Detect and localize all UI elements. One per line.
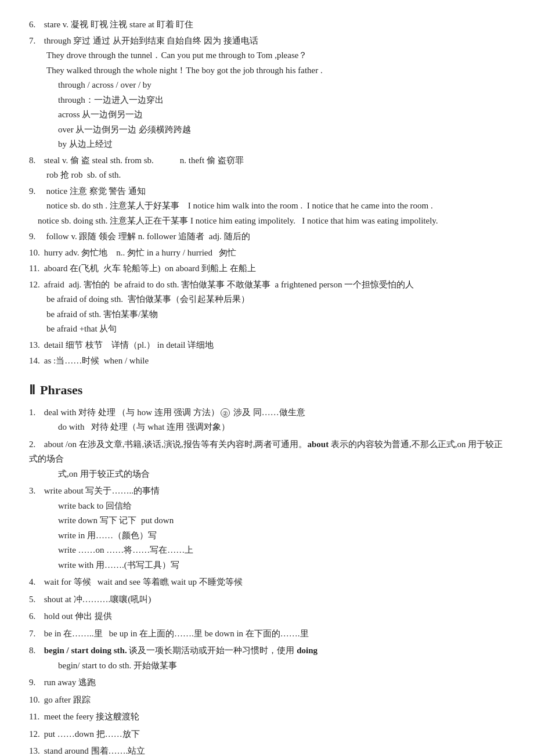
phrase-content: hold out 伸出 提供: [44, 611, 112, 621]
item-content: notice 注意 察觉 警告 通知: [44, 186, 146, 196]
phrase-num: 4.: [29, 575, 42, 590]
item-num: 9.: [29, 229, 42, 244]
item-content: hurry adv. 匆忙地 n.. 匆忙 in a hurry / hurri…: [44, 248, 236, 257]
sub-content: notice sb. do sth . 注意某人于好某事 I notice hi…: [29, 199, 511, 214]
circle-2: ②: [221, 408, 230, 417]
list-item: 8. steal v. 偷 盗 steal sth. from sb. n. t…: [29, 153, 511, 183]
sub-content: be afraid of sth. 害怕某事/某物: [29, 307, 511, 322]
item-num: 8.: [29, 153, 42, 168]
phrase-num: 13.: [29, 744, 42, 756]
phrase-item: 4. wait for 等候 wait and see 等着瞧 wait up …: [29, 575, 511, 590]
phrase-num: 3.: [29, 484, 42, 499]
sub-content: through / across / over / by: [29, 78, 511, 93]
phrase-content: go after 跟踪: [44, 695, 91, 704]
phrase-content: be in 在……..里 be up in 在上面的…….里 be down i…: [44, 629, 309, 638]
item-num: 12.: [29, 278, 42, 293]
sub-content: be afraid +that 从句: [29, 322, 511, 337]
phrase-item: 13. stand around 围着…….站立: [29, 744, 511, 756]
list-item: 14. as :当……时候 when / while: [29, 354, 511, 369]
phrase-num: 8.: [29, 643, 42, 658]
phrase-num: 12.: [29, 727, 42, 742]
phrase-list: 1. deal with 对待 处理 （与 how 连用 强调 方法）② 涉及 …: [29, 405, 511, 756]
phrase-sub: write down 写下 记下 put down: [29, 513, 511, 528]
phrase-sub: write back to 回信给: [29, 499, 511, 514]
sub-content: They drove through the tunnel．Can you pu…: [29, 48, 511, 63]
phrase-item: 5. shout at 冲……….嚷嚷(吼叫): [29, 592, 511, 607]
phrase-content: run away 逃跑: [44, 678, 96, 687]
sub-content: They walked through the whole night！The …: [29, 63, 511, 78]
list-item: 9. follow v. 跟随 领会 理解 n. follower 追随者 ad…: [29, 229, 511, 244]
sub-content: by 从边上经过: [29, 137, 511, 152]
item-num: 11.: [29, 261, 42, 276]
phrase-sub: 式,on 用于较正式的场合: [29, 467, 511, 482]
list-item: 13. detail 细节 枝节 详情（pl.） in detail 详细地: [29, 338, 511, 353]
list-item: 10. hurry adv. 匆忙地 n.. 匆忙 in a hurry / h…: [29, 246, 511, 261]
phrase-num: 2.: [29, 437, 42, 452]
sub-content: across 从一边倒另一边: [29, 107, 511, 123]
phrase-sub: do with 对待 处理（与 what 连用 强调对象）: [29, 420, 511, 435]
phrase-num: 5.: [29, 592, 42, 607]
phrase-content: deal with 对待 处理 （与 how 连用 强调 方法）② 涉及 同………: [44, 408, 305, 417]
vocab-list: 6. stare v. 凝视 盯视 注视 stare at 盯着 盯住 7. t…: [29, 17, 511, 369]
item-num: 7.: [29, 34, 42, 49]
sub-content: notice sb. doing sth. 注意某人正在干某事 I notice…: [29, 214, 511, 229]
item-content: detail 细节 枝节 详情（pl.） in detail 详细地: [44, 340, 214, 350]
phrase-item: 3. write about 写关于……..的事情 write back to …: [29, 484, 511, 573]
phrase-item: 8. begin / start doing sth. 谈及一项长期活动或开始一…: [29, 643, 511, 673]
phrase-sub: write ……on ……将……写在……上: [29, 543, 511, 558]
phrase-num: 1.: [29, 405, 42, 420]
item-content: afraid adj. 害怕的 be afraid to do sth. 害怕做…: [44, 280, 414, 289]
phrase-content: put ……down 把……放下: [44, 729, 140, 739]
roman-numeral: Ⅱ: [29, 379, 35, 401]
phrase-item: 12. put ……down 把……放下: [29, 727, 511, 742]
item-content: aboard 在(飞机 火车 轮船等上) on aboard 到船上 在船上: [44, 264, 256, 273]
item-content: stare v. 凝视 盯视 注视 stare at 盯着 盯住: [44, 20, 194, 29]
item-num: 10.: [29, 246, 42, 261]
item-content: as :当……时候 when / while: [44, 356, 149, 365]
list-item: 6. stare v. 凝视 盯视 注视 stare at 盯着 盯住: [29, 17, 511, 33]
phrase-item: 2. about /on 在涉及文章,书籍,谈话,演说,报告等有关内容时,两者可…: [29, 437, 511, 482]
phrase-sub: write with 用…….(书写工具）写: [29, 558, 511, 573]
list-item: 11. aboard 在(飞机 火车 轮船等上) on aboard 到船上 在…: [29, 261, 511, 276]
phrase-item: 7. be in 在……..里 be up in 在上面的…….里 be dow…: [29, 627, 511, 642]
phrase-num: 7.: [29, 627, 42, 642]
item-content: steal v. 偷 盗 steal sth. from sb. n. thef…: [44, 156, 244, 165]
phrase-content: about /on 在涉及文章,书籍,谈话,演说,报告等有关内容时,两者可通用。…: [29, 440, 503, 464]
item-num: 6.: [29, 17, 42, 33]
phrase-num: 9.: [29, 675, 42, 690]
sub-content: be afraid of doing sth. 害怕做某事（会引起某种后果）: [29, 292, 511, 307]
phrase-sub: begin/ start to do sth. 开始做某事: [29, 658, 511, 674]
list-item: 7. through 穿过 通过 从开始到结束 自始自终 因为 接通电话 The…: [29, 34, 511, 152]
phrase-item: 9. run away 逃跑: [29, 675, 511, 690]
list-item: 9. notice 注意 察觉 警告 通知 notice sb. do sth …: [29, 184, 511, 229]
phrase-content: begin / start doing sth. 谈及一项长期活动或开始一种习惯…: [44, 646, 317, 655]
phrase-content: write about 写关于……..的事情: [44, 486, 160, 495]
phrase-item: 10. go after 跟踪: [29, 693, 511, 708]
phrase-content: meet the feery 接这艘渡轮: [44, 712, 140, 721]
item-num: 13.: [29, 338, 42, 353]
section-title-text: Phrases: [40, 379, 82, 401]
phrase-content: stand around 围着…….站立: [44, 746, 146, 755]
phrase-item: 1. deal with 对待 处理 （与 how 连用 强调 方法）② 涉及 …: [29, 405, 511, 435]
item-content: through 穿过 通过 从开始到结束 自始自终 因为 接通电话: [44, 36, 258, 45]
item-num: 14.: [29, 354, 42, 369]
item-num: 9.: [29, 184, 42, 199]
phrase-num: 11.: [29, 710, 42, 725]
item-content: follow v. 跟随 领会 理解 n. follower 追随者 adj. …: [44, 232, 250, 241]
sub-content: through：一边进入一边穿出: [29, 93, 511, 108]
sub-content: over 从一边倒另一边 必须横跨跨越: [29, 123, 511, 138]
phrase-num: 10.: [29, 693, 42, 708]
phrase-item: 11. meet the feery 接这艘渡轮: [29, 710, 511, 725]
phrase-item: 6. hold out 伸出 提供: [29, 609, 511, 624]
sub-content: rob 抢 rob sb. of sth.: [29, 168, 511, 183]
list-item: 12. afraid adj. 害怕的 be afraid to do sth.…: [29, 278, 511, 337]
phrases-heading: Ⅱ Phrases: [29, 379, 511, 401]
phrase-sub: write in 用……（颜色）写: [29, 528, 511, 543]
phrase-num: 6.: [29, 609, 42, 624]
phrase-content: wait for 等候 wait and see 等着瞧 wait up 不睡觉…: [44, 577, 243, 586]
phrase-content: shout at 冲……….嚷嚷(吼叫): [44, 595, 151, 604]
